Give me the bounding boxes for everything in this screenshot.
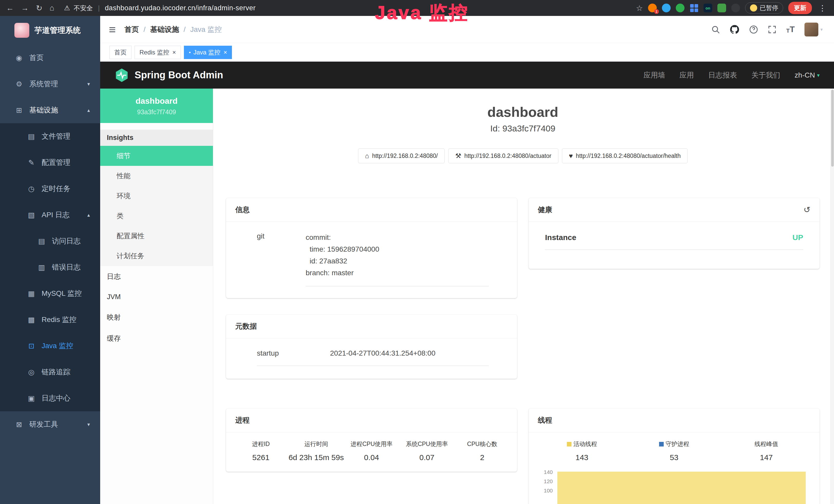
- sidebar-item-api-logs[interactable]: ▧ API 日志 ▴: [0, 202, 100, 228]
- health-instance-row[interactable]: Instance UP: [545, 233, 803, 250]
- close-icon[interactable]: ×: [172, 49, 176, 56]
- sidebar-item-error-logs[interactable]: ▥ 错误日志: [0, 254, 100, 280]
- breadcrumb: 首页 / 基础设施 / Java 监控: [125, 25, 222, 35]
- service-url-button[interactable]: ⌂ http://192.168.0.2:48080/: [358, 148, 445, 163]
- extension-icon-green[interactable]: [676, 4, 684, 12]
- profile-paused-pill[interactable]: 已暂停: [745, 2, 783, 14]
- health-url-button[interactable]: ♥ http://192.168.0.2:48080/actuator/heal…: [562, 148, 687, 163]
- history-icon[interactable]: ↺: [804, 205, 810, 215]
- nav-link-applications[interactable]: 应用: [680, 70, 694, 80]
- stat-value: 2: [455, 453, 510, 462]
- sidebar-label: MySQL 监控: [42, 289, 82, 298]
- stat-system-cpu: 系统CPU使用率 0.07: [399, 440, 454, 462]
- sba-item-performance[interactable]: 性能: [100, 166, 213, 186]
- extension-icon-on[interactable]: on: [704, 4, 712, 12]
- forward-icon[interactable]: →: [21, 4, 29, 12]
- app-logo: [14, 23, 29, 38]
- tab-java-monitor[interactable]: ● Java 监控 ×: [184, 46, 232, 59]
- locale-label: zh-CN: [795, 71, 815, 79]
- legend-live-threads: 活动线程 143: [536, 440, 628, 462]
- sba-brand[interactable]: Spring Boot Admin: [114, 68, 223, 83]
- sidebar-item-access-logs[interactable]: ▤ 访问日志: [0, 228, 100, 254]
- avatar-caret-icon: ▾: [820, 27, 823, 32]
- close-icon[interactable]: ×: [223, 49, 227, 56]
- help-icon[interactable]: [749, 25, 758, 34]
- stat-value: 0.04: [344, 453, 399, 462]
- tab-home[interactable]: 首页: [109, 46, 132, 59]
- sidebar-item-java-monitor[interactable]: ⊡ Java 监控: [0, 333, 100, 359]
- browser-menu-icon[interactable]: ⋮: [817, 4, 828, 13]
- font-size-icon[interactable]: TT: [786, 25, 795, 34]
- extension-icon-orange[interactable]: 1: [648, 4, 657, 12]
- sidebar-item-log-center[interactable]: ▣ 日志中心: [0, 385, 100, 411]
- locale-selector[interactable]: zh-CN ▾: [795, 71, 820, 79]
- sidebar-item-config-management[interactable]: ✎ 配置管理: [0, 150, 100, 176]
- stat-process-cpu: 进程CPU使用率 0.04: [344, 440, 399, 462]
- user-avatar-wrap[interactable]: ▾: [805, 23, 823, 37]
- hamburger-icon[interactable]: ≡: [100, 23, 125, 37]
- sba-item-scheduled-tasks[interactable]: 计划任务: [100, 246, 213, 266]
- sba-item-classes[interactable]: 类: [100, 206, 213, 226]
- sidebar-item-redis-monitor[interactable]: ▩ Redis 监控: [0, 306, 100, 333]
- sidebar-item-system-management[interactable]: ⚙ 系统管理 ▾: [0, 71, 100, 97]
- extension-icon-leaf[interactable]: [717, 4, 726, 12]
- scrollbar-track[interactable]: [830, 89, 834, 504]
- header-actions: TT ▾: [711, 23, 834, 37]
- fullscreen-icon[interactable]: [768, 25, 776, 34]
- sidebar-item-file-management[interactable]: ▤ 文件管理: [0, 123, 100, 150]
- nav-link-journal[interactable]: 日志报表: [708, 70, 737, 80]
- sba-item-details[interactable]: 细节: [100, 146, 213, 166]
- scrollbar-thumb[interactable]: [831, 90, 834, 167]
- nav-link-about[interactable]: 关于我们: [751, 70, 780, 80]
- sba-item-jvm[interactable]: JVM: [100, 287, 213, 307]
- sidebar-item-tracing[interactable]: ◎ 链路追踪: [0, 359, 100, 385]
- tab-redis-monitor[interactable]: Redis 监控 ×: [135, 46, 181, 59]
- sidebar-item-dev-tools[interactable]: ⊠ 研发工具 ▾: [0, 411, 100, 437]
- chart-live-threads-area: [557, 472, 806, 504]
- back-icon[interactable]: ←: [6, 4, 14, 12]
- sba-item-mappings[interactable]: 映射: [100, 307, 213, 328]
- browser-home-icon[interactable]: ⌂: [49, 4, 54, 12]
- legend-peak-threads: 线程峰值 147: [720, 440, 812, 462]
- sba-item-loggers[interactable]: 日志: [100, 266, 213, 287]
- sidebar-item-scheduled-tasks[interactable]: ◷ 定时任务: [0, 176, 100, 202]
- axis-tick: 120: [544, 478, 553, 484]
- redis-icon: ▩: [27, 316, 36, 324]
- health-url: http://192.168.0.2:48080/actuator/health: [576, 153, 681, 159]
- sba-item-environment[interactable]: 环境: [100, 186, 213, 206]
- nav-link-wallboard[interactable]: 应用墙: [644, 70, 665, 80]
- threads-card-title: 线程: [538, 415, 552, 425]
- log-center-icon: ▣: [27, 394, 36, 403]
- sidebar-item-home[interactable]: ◉ 首页: [0, 45, 100, 71]
- home-icon: ⌂: [365, 152, 369, 160]
- insights-section-header[interactable]: Insights: [100, 130, 213, 146]
- chevron-down-icon: ▾: [87, 81, 90, 87]
- avatar[interactable]: [805, 23, 818, 37]
- search-icon[interactable]: [711, 25, 720, 34]
- instance-header[interactable]: dashboard 93a3fc7f7409: [100, 89, 213, 123]
- chevron-down-icon: ▾: [87, 421, 90, 428]
- stat-uptime: 运行时间 6d 23h 15m 59s: [288, 440, 344, 462]
- sba-item-caches[interactable]: 缓存: [100, 328, 213, 349]
- legend-value: 147: [720, 453, 812, 462]
- extension-icon-grid[interactable]: [690, 4, 698, 12]
- sba-item-config-props[interactable]: 配置属性: [100, 226, 213, 246]
- devtools-icon: ⊠: [14, 420, 24, 429]
- address-bar[interactable]: ⚠ 不安全 | dashboard.yudao.iocoder.cn/infra…: [64, 4, 256, 12]
- sidebar-item-mysql-monitor[interactable]: ▦ MySQL 监控: [0, 280, 100, 306]
- sidebar-label: 链路追踪: [42, 367, 70, 377]
- extension-icon-dark[interactable]: [731, 4, 740, 12]
- stat-label: 系统CPU使用率: [399, 440, 454, 448]
- sidebar-label: 首页: [29, 53, 44, 63]
- reload-icon[interactable]: ↻: [36, 4, 42, 13]
- extension-icon-blue[interactable]: [662, 4, 671, 12]
- breadcrumb-infrastructure[interactable]: 基础设施: [150, 25, 179, 35]
- tracing-icon: ◎: [27, 368, 36, 376]
- actuator-url-button[interactable]: ⚒ http://192.168.0.2:48080/actuator: [448, 148, 558, 163]
- sidebar-item-infrastructure[interactable]: ⊞ 基础设施 ▴: [0, 97, 100, 123]
- app-logo-row[interactable]: 芋道管理系统: [0, 16, 100, 45]
- bookmark-star-icon[interactable]: ☆: [636, 4, 643, 13]
- breadcrumb-home[interactable]: 首页: [125, 25, 139, 35]
- github-icon[interactable]: [730, 25, 740, 35]
- browser-update-button[interactable]: 更新: [788, 2, 812, 14]
